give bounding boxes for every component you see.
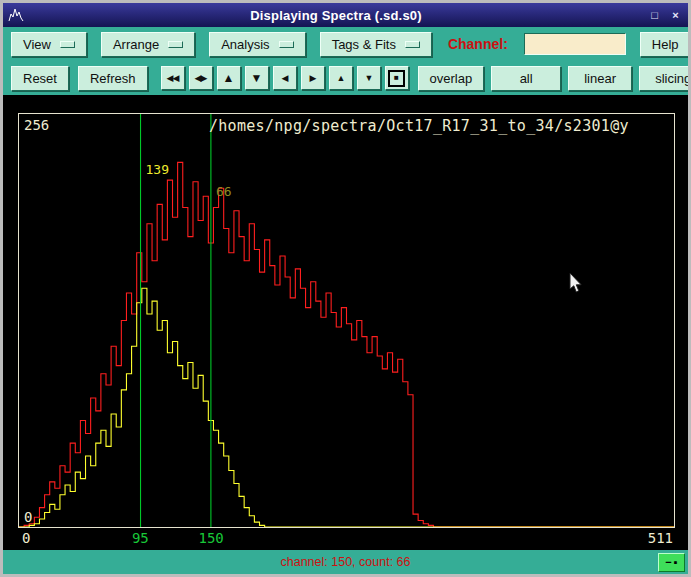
status-resize-button[interactable]: − ▪ [658, 553, 685, 572]
menu-indicator-icon [60, 41, 75, 48]
scroll-up-icon: ▲ [337, 73, 345, 83]
spectrum-path-label: /homes/npg/spectra/Oct17_R17_31_to_34/s2… [209, 117, 629, 135]
menu-indicator-icon [279, 41, 294, 48]
menu-indicator-icon [168, 41, 183, 48]
spectrum-app-icon [8, 8, 25, 22]
menu-indicator-icon [405, 41, 420, 48]
scroll-up-fast-icon: ▲ [223, 71, 235, 85]
nav-box-zoom-button[interactable]: ■ [385, 66, 409, 90]
nav-scroll-down-button[interactable]: ▼ [357, 66, 381, 90]
nav-scroll-right-button[interactable]: ▶ [301, 66, 325, 90]
close-button[interactable]: × [668, 9, 683, 22]
nav-jump-to-start-button[interactable]: ◀◀ [161, 66, 185, 90]
cursor2-count-label: 66 [216, 184, 232, 199]
help-button[interactable]: Help [640, 32, 691, 57]
toolbar: Reset Refresh ◀◀ ◀▶ ▲ ▼ ◀ ▶ ▲ ▼ ■ overla… [3, 61, 688, 95]
x-axis-min-label: 0 [22, 530, 30, 546]
all-button[interactable]: all [491, 66, 561, 91]
scroll-left-icon: ◀ [282, 73, 288, 83]
jump-to-start-icon: ◀◀ [167, 73, 179, 83]
maximize-button[interactable]: □ [647, 9, 662, 22]
spectra-chart[interactable] [19, 114, 674, 527]
nav-button-group: ◀◀ ◀▶ ▲ ▼ ◀ ▶ ▲ ▼ ■ [161, 66, 409, 90]
linear-button[interactable]: linear [568, 66, 632, 91]
statusbar: channel: 150, count: 66 − ▪ [3, 550, 688, 574]
spectrum-red [19, 162, 674, 527]
overlap-button[interactable]: overlap [418, 66, 485, 91]
y-min-label: 0 [24, 509, 32, 525]
nav-scroll-left-button[interactable]: ◀ [273, 66, 297, 90]
window-title: Displaying Spectra (.sd.s0) [25, 8, 647, 23]
scroll-right-icon: ▶ [310, 73, 316, 83]
menu-view-label: View [23, 37, 51, 52]
menu-tags-fits[interactable]: Tags & Fits [320, 32, 432, 57]
nav-expand-horizontal-button[interactable]: ◀▶ [189, 66, 213, 90]
reset-button[interactable]: Reset [11, 66, 69, 91]
menu-tags-fits-label: Tags & Fits [332, 37, 396, 52]
channel-label: Channel: [448, 36, 508, 52]
x-axis-cursor1-label: 95 [132, 530, 149, 546]
channel-input[interactable] [524, 33, 626, 55]
scroll-down-fast-icon: ▼ [251, 71, 263, 85]
nav-scroll-up-button[interactable]: ▲ [329, 66, 353, 90]
x-axis-cursor2-label: 150 [198, 530, 223, 546]
cursor1-count-label: 139 [146, 162, 169, 177]
nav-scroll-down-fast-button[interactable]: ▼ [245, 66, 269, 90]
titlebar[interactable]: Displaying Spectra (.sd.s0) □ × [3, 3, 688, 27]
nav-scroll-up-fast-button[interactable]: ▲ [217, 66, 241, 90]
status-text: channel: 150, count: 66 [281, 555, 411, 569]
box-zoom-icon: ■ [388, 70, 405, 87]
menu-arrange-label: Arrange [113, 37, 159, 52]
y-max-label: 256 [24, 117, 49, 133]
x-axis: 0 95 150 511 [18, 530, 675, 548]
scroll-down-icon: ▼ [365, 73, 373, 83]
menu-analysis[interactable]: Analysis [209, 32, 305, 57]
menubar: View Arrange Analysis Tags & Fits Channe… [3, 27, 688, 61]
x-axis-max-label: 511 [648, 530, 673, 546]
menu-analysis-label: Analysis [221, 37, 269, 52]
plot-frame[interactable]: 256 0 /homes/npg/spectra/Oct17_R17_31_to… [18, 113, 675, 528]
display-mode-group: overlap all linear slicing off [418, 66, 691, 91]
plot-region: 256 0 /homes/npg/spectra/Oct17_R17_31_to… [3, 95, 688, 550]
minimize-icon: − [665, 557, 671, 568]
box-icon: ▪ [674, 557, 678, 568]
slicing-button[interactable]: slicing off [639, 66, 691, 91]
menu-arrange[interactable]: Arrange [101, 32, 195, 57]
menu-view[interactable]: View [11, 32, 87, 57]
refresh-button[interactable]: Refresh [78, 66, 148, 91]
expand-horizontal-icon: ◀▶ [195, 73, 207, 83]
app-window: Displaying Spectra (.sd.s0) □ × View Arr… [0, 0, 691, 577]
